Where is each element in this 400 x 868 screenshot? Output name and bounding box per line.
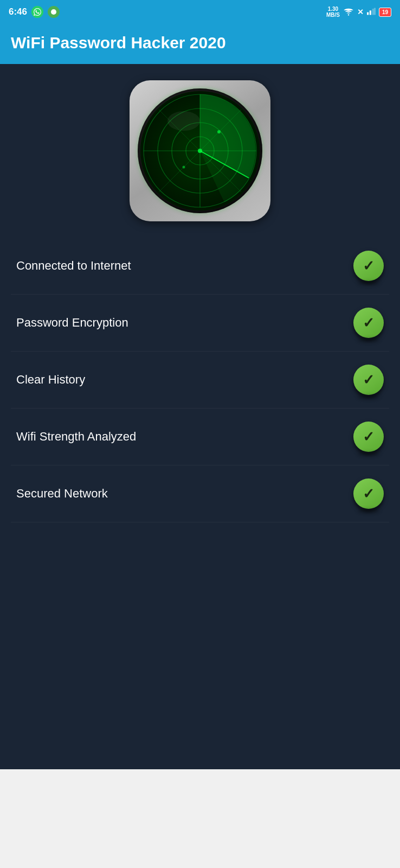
app-notification-icon: [48, 6, 60, 18]
feature-item-wifi-strength: Wifi Strength Analyzed ✓: [11, 409, 389, 465]
check-circle-connected: ✓: [353, 251, 384, 281]
status-time: 6:46: [9, 7, 27, 17]
svg-point-17: [198, 149, 202, 153]
speed-indicator: 1.30 MB/S: [326, 6, 340, 18]
svg-rect-5: [374, 8, 376, 15]
svg-point-20: [167, 111, 200, 131]
check-circle-secured-network: ✓: [353, 478, 384, 509]
feature-item-encryption: Password Encryption ✓: [11, 295, 389, 352]
whatsapp-icon: [31, 6, 43, 18]
battery-container: 19: [379, 8, 391, 17]
feature-label-wifi-strength: Wifi Strength Analyzed: [16, 430, 136, 444]
feature-label-encryption: Password Encryption: [16, 316, 128, 330]
svg-point-19: [183, 166, 185, 169]
feature-item-secured-network: Secured Network ✓: [11, 465, 389, 522]
radar-container: [130, 80, 270, 221]
feature-label-connected: Connected to Internet: [16, 259, 131, 273]
radar-outer: [130, 80, 270, 221]
svg-point-18: [217, 130, 221, 133]
feature-label-clear-history: Clear History: [16, 373, 85, 387]
svg-point-1: [348, 14, 349, 15]
app-header: WiFi Password Hacker 2020: [0, 24, 400, 64]
bottom-area: [0, 769, 400, 868]
checkmark-secured-network: ✓: [363, 487, 375, 501]
check-circle-encryption: ✓: [353, 308, 384, 338]
signal-bars-icon: [367, 8, 376, 17]
svg-rect-2: [367, 12, 369, 15]
svg-rect-3: [370, 10, 371, 15]
wifi-icon: [343, 7, 354, 17]
checkmark-wifi-strength: ✓: [363, 430, 375, 444]
checkmark-clear-history: ✓: [363, 373, 375, 387]
status-right: 1.30 MB/S ✕ 19: [326, 6, 391, 18]
app-title: WiFi Password Hacker 2020: [11, 34, 389, 52]
check-circle-clear-history: ✓: [353, 365, 384, 395]
checkmark-connected: ✓: [363, 259, 375, 273]
status-bar: 6:46 1.30 MB/S ✕: [0, 0, 400, 24]
checkmark-encryption: ✓: [363, 316, 375, 330]
feature-item-connected: Connected to Internet ✓: [11, 238, 389, 295]
svg-point-0: [51, 9, 56, 15]
signal-x-icon: ✕: [357, 8, 364, 16]
battery-level: 19: [379, 8, 391, 17]
radar-screen: [140, 91, 260, 210]
svg-rect-4: [372, 9, 373, 15]
status-left: 6:46: [9, 6, 60, 18]
features-list: Connected to Internet ✓ Password Encrypt…: [0, 238, 400, 522]
main-content: Connected to Internet ✓ Password Encrypt…: [0, 64, 400, 769]
feature-item-clear-history: Clear History ✓: [11, 352, 389, 409]
radar-bezel: [138, 88, 262, 213]
check-circle-wifi-strength: ✓: [353, 422, 384, 452]
feature-label-secured-network: Secured Network: [16, 487, 108, 501]
